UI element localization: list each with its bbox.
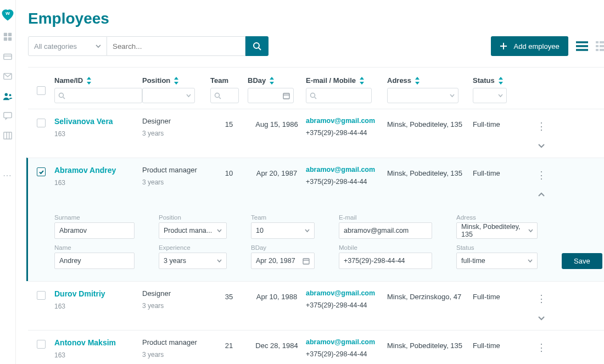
bday: Dec 28, 1984: [255, 341, 298, 350]
chevron-down-icon: [450, 93, 455, 98]
search-input[interactable]: [107, 36, 245, 56]
input-mobile[interactable]: +375(29)-298-44-44: [339, 253, 432, 269]
employee-name-link[interactable]: Selivanova Vera: [54, 117, 142, 126]
search-icon: [310, 92, 317, 99]
add-employee-button[interactable]: Add employee: [491, 36, 568, 56]
position: Designer: [142, 117, 210, 125]
category-select[interactable]: All categories: [28, 36, 107, 56]
experience: 3 years: [142, 351, 210, 359]
email-link[interactable]: abramov@gmail.com: [306, 338, 387, 346]
svg-rect-3: [4, 37, 7, 41]
table-body: Selivanova Vera163 Designer3 years 15 Au…: [28, 109, 604, 364]
address: Minsk, Pobediteley, 135: [387, 120, 462, 128]
svg-point-33: [311, 93, 315, 97]
svg-rect-35: [303, 259, 309, 264]
bday: Aug 15, 1986: [255, 120, 298, 128]
columns-icon[interactable]: [3, 131, 13, 141]
chat-icon[interactable]: [3, 111, 13, 121]
view-list-icon[interactable]: [576, 41, 588, 51]
input-name[interactable]: Andrey: [54, 253, 135, 269]
bday: Apr 20, 1987: [256, 169, 297, 177]
select-address[interactable]: Minsk, Pobediteley, 135: [456, 222, 538, 239]
row-checkbox[interactable]: [37, 291, 46, 300]
filter-team[interactable]: [210, 88, 239, 103]
employees-icon[interactable]: [3, 91, 13, 101]
row-checkbox[interactable]: [37, 340, 46, 349]
calendar-icon: [283, 92, 290, 99]
save-button[interactable]: Save: [562, 253, 602, 269]
svg-line-34: [315, 97, 316, 99]
filter-status[interactable]: [473, 88, 507, 103]
search-button[interactable]: [245, 36, 269, 56]
input-surname[interactable]: Abramov: [54, 222, 135, 239]
label-surname: Surname: [54, 214, 135, 221]
select-position[interactable]: Product mana...: [159, 222, 227, 239]
sidebar: w ⋯: [0, 0, 16, 364]
team: 21: [225, 341, 233, 350]
svg-rect-31: [283, 93, 289, 99]
position: Product manager: [142, 338, 210, 346]
chevron-down-icon: [305, 228, 310, 233]
svg-rect-10: [4, 113, 12, 118]
email-link[interactable]: abramov@gmail.com: [306, 289, 387, 297]
sort-icon: [86, 77, 92, 85]
svg-rect-23: [596, 45, 599, 47]
filter-bday[interactable]: [248, 88, 294, 103]
sort-icon: [359, 77, 365, 85]
position: Designer: [142, 289, 210, 298]
status: Full-time: [473, 293, 500, 301]
email-link[interactable]: abramov@gmail.com: [306, 117, 387, 125]
mobile: +375(29)-298-44-44: [306, 129, 387, 137]
email-link[interactable]: abramov@gmail.com: [306, 166, 387, 173]
row-menu-icon[interactable]: ⋮: [536, 341, 546, 354]
row-menu-icon[interactable]: ⋮: [536, 169, 546, 181]
chevron-down-icon: [528, 259, 533, 264]
row-menu-icon[interactable]: ⋮: [536, 120, 546, 132]
expand-icon[interactable]: [538, 142, 545, 150]
col-email[interactable]: E-mail / Mobile: [306, 76, 387, 85]
row-checkbox[interactable]: [37, 167, 46, 176]
col-name[interactable]: Name/ID: [54, 76, 142, 85]
select-status[interactable]: full-time: [456, 253, 538, 269]
input-bday[interactable]: Apr 20, 1987: [251, 253, 315, 269]
col-status[interactable]: Status: [473, 76, 524, 85]
filter-name[interactable]: [54, 88, 142, 103]
dashboard-icon[interactable]: [3, 32, 13, 42]
employee-id: 163: [54, 351, 142, 359]
col-position[interactable]: Position: [142, 76, 210, 85]
filter-address[interactable]: [387, 88, 458, 103]
input-email[interactable]: abramov@gmail.com: [339, 222, 432, 239]
select-team[interactable]: 10: [251, 222, 315, 239]
card-icon[interactable]: [3, 52, 13, 61]
collapse-icon[interactable]: [538, 191, 545, 199]
row-details-panel: SurnameAbramov NameAndrey PositionProduc…: [26, 206, 604, 281]
col-address[interactable]: Adress: [387, 76, 473, 85]
position: Product manager: [142, 166, 210, 174]
employee-name-link[interactable]: Durov Dmitriy: [54, 289, 142, 298]
expand-icon[interactable]: [538, 315, 545, 322]
employee-name-link[interactable]: Antonov Maksim: [54, 338, 142, 347]
select-all-checkbox[interactable]: [37, 86, 46, 95]
filter-email[interactable]: [306, 88, 372, 103]
team: 10: [225, 169, 233, 177]
employee-id: 163: [54, 303, 142, 310]
row-menu-icon[interactable]: ⋮: [536, 293, 546, 305]
mobile: +375(29)-298-44-44: [306, 178, 387, 186]
mail-icon[interactable]: [3, 71, 13, 81]
view-grid-icon[interactable]: [596, 41, 604, 51]
col-bday[interactable]: BDay: [248, 76, 306, 85]
label-status: Status: [456, 244, 538, 251]
sort-icon: [174, 77, 179, 85]
chevron-down-icon: [528, 228, 533, 233]
label-name: Name: [54, 244, 135, 251]
calendar-icon: [303, 257, 310, 265]
search-icon: [58, 92, 65, 99]
label-team: Team: [251, 214, 315, 221]
select-experience[interactable]: 3 years: [159, 253, 227, 269]
row-checkbox[interactable]: [37, 119, 46, 127]
sort-icon: [498, 77, 504, 85]
col-team[interactable]: Team: [210, 76, 248, 85]
filter-position[interactable]: [142, 88, 195, 103]
employee-name-link[interactable]: Abramov Andrey: [54, 166, 142, 175]
more-icon[interactable]: ⋯: [3, 171, 13, 181]
